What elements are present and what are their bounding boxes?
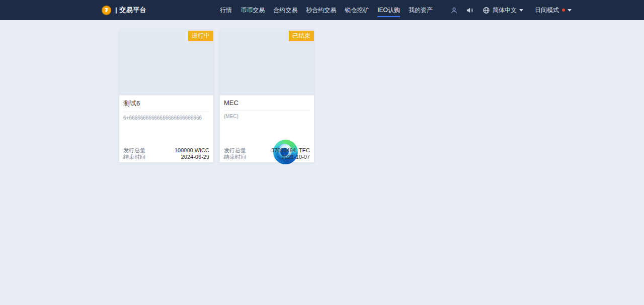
ieo-card-mec[interactable]: 已结束 MEC (MEC) 发行总量 37000494. TEC 结束时间 20…	[220, 30, 314, 162]
user-icon	[450, 7, 458, 14]
brand-logo-icon: ₮	[102, 6, 111, 15]
brand-logo-glyph: ₮	[105, 8, 108, 13]
supply-value: 100000 WICC	[175, 147, 209, 154]
nav-item-lock-mining[interactable]: 锁仓挖矿	[345, 0, 369, 20]
card-footer: 发行总量 37000494. TEC 结束时间 2021-10-07	[224, 147, 310, 160]
brand-name: | 交易平台	[115, 6, 146, 15]
end-time-label: 结束时间	[123, 154, 145, 160]
nav-item-contract-trade[interactable]: 合约交易	[273, 0, 297, 20]
nav-item-seconds-contract[interactable]: 秒合约交易	[306, 0, 336, 20]
end-time-label: 结束时间	[224, 154, 246, 160]
supply-row: 发行总量 37000494. TEC	[224, 147, 310, 154]
globe-icon	[482, 7, 490, 14]
top-navbar: ₮ | 交易平台 行情 币币交易 合约交易 秒合约交易 锁仓挖矿 IEO认购 我…	[0, 0, 644, 20]
supply-row: 发行总量 100000 WICC	[123, 147, 209, 154]
language-switcher[interactable]: 简体中文	[482, 6, 523, 15]
card-footer: 发行总量 100000 WICC 结束时间 2024-06-29	[123, 147, 209, 160]
chevron-down-icon	[519, 9, 523, 12]
card-subtitle: 6+66666666666666666666666666	[123, 115, 209, 121]
end-time-row: 结束时间 2024-06-29	[123, 154, 209, 160]
notification-dot	[562, 9, 565, 12]
announcement-button[interactable]	[466, 7, 473, 14]
supply-label: 发行总量	[123, 147, 145, 154]
card-title: MEC	[224, 99, 310, 111]
nav-right-controls: 简体中文 日间模式	[442, 6, 572, 15]
card-body: MEC (MEC) 发行总量 37000494. TEC 结束时间 2021-1…	[220, 95, 314, 162]
status-badge: 进行中	[188, 31, 213, 41]
theme-label: 日间模式	[535, 6, 559, 15]
nav-menu: 行情 币币交易 合约交易 秒合约交易 锁仓挖矿 IEO认购 我的资产	[220, 0, 441, 20]
ieo-card-list: 进行中 测试6 6+66666666666666666666666666 发行总…	[119, 30, 314, 162]
end-time-value: 2024-06-29	[181, 154, 209, 160]
card-body: 测试6 6+66666666666666666666666666 发行总量 10…	[119, 95, 213, 162]
brand[interactable]: ₮ | 交易平台	[102, 6, 146, 15]
theme-switcher[interactable]: 日间模式	[532, 6, 572, 15]
card-subtitle: (MEC)	[224, 114, 310, 119]
supply-value: 37000494. TEC	[271, 147, 310, 154]
card-title: 测试6	[123, 99, 209, 112]
ieo-card-test6[interactable]: 进行中 测试6 6+66666666666666666666666666 发行总…	[119, 30, 213, 162]
end-time-row: 结束时间 2021-10-07	[224, 154, 310, 160]
end-time-value: 2021-10-07	[282, 154, 310, 160]
speaker-icon	[466, 7, 473, 14]
nav-item-market[interactable]: 行情	[220, 0, 232, 20]
language-label: 简体中文	[493, 6, 517, 15]
nav-item-spot-trade[interactable]: 币币交易	[240, 0, 265, 20]
nav-item-ieo[interactable]: IEO认购	[377, 0, 400, 20]
status-badge: 已结束	[289, 31, 314, 41]
supply-label: 发行总量	[224, 147, 246, 154]
nav-item-my-assets[interactable]: 我的资产	[409, 0, 433, 20]
user-account-button[interactable]	[450, 7, 458, 14]
chevron-down-icon	[568, 9, 572, 12]
